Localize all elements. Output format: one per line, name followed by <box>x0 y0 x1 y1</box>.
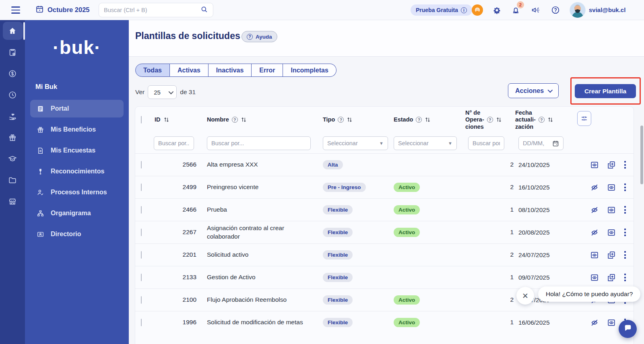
sidebar-item-organigrama[interactable]: Organigrama <box>30 204 124 222</box>
chat-launcher-button[interactable] <box>619 320 637 338</box>
column-header-id[interactable]: ID <box>154 116 198 123</box>
search-icon[interactable] <box>200 6 208 15</box>
duplicate-icon[interactable] <box>607 251 616 260</box>
rail-item-graduation-cap-icon[interactable] <box>0 148 25 169</box>
assistant-icon[interactable] <box>472 4 483 16</box>
column-header-operaciones[interactable]: N° de Opera- ciones? <box>465 109 515 130</box>
help-icon[interactable]: ? <box>416 117 422 123</box>
kebab-menu-icon[interactable] <box>624 274 626 281</box>
preview-icon[interactable] <box>590 273 599 282</box>
rail-item-clock-icon[interactable] <box>0 84 25 105</box>
row-checkbox[interactable] <box>141 296 142 304</box>
settings-gear-icon[interactable] <box>491 4 502 16</box>
tab-error[interactable]: Error <box>252 64 283 77</box>
kebab-menu-icon[interactable] <box>624 229 626 236</box>
filter-select-tipo[interactable]: Seleccionar▼ <box>323 136 388 150</box>
table-row[interactable]: 2566Alta empresa XXXAlta224/10/2025 <box>135 153 634 176</box>
sort-icon[interactable] <box>347 117 353 123</box>
column-header-tipo[interactable]: Tipo? <box>323 116 394 123</box>
sidebar-item-mis-beneficios[interactable]: Mis Beneficios <box>30 121 124 138</box>
trial-badge[interactable]: Prueba Gratuita i <box>411 4 472 16</box>
period-selector[interactable]: Octubre 2025 <box>35 5 90 15</box>
rail-item-hand-heart-icon[interactable] <box>0 105 25 127</box>
sort-icon[interactable] <box>547 117 553 123</box>
preview-icon[interactable] <box>607 318 616 327</box>
rail-item-folder-icon[interactable] <box>0 169 25 191</box>
filter-input-nombre[interactable] <box>207 136 311 150</box>
select-all-checkbox[interactable] <box>141 116 142 124</box>
column-header-fecha[interactable]: Fecha actuali- zación? <box>515 109 568 130</box>
preview-icon[interactable] <box>607 228 616 237</box>
hide-eye-off-icon[interactable] <box>590 228 599 237</box>
page-help-button[interactable]: ? Ayuda <box>242 31 277 42</box>
table-row[interactable]: 2201Solicitud activoFlexible224/07/2025 <box>135 243 634 266</box>
rail-item-home-icon[interactable] <box>0 20 25 41</box>
help-icon[interactable] <box>550 4 561 16</box>
user-email[interactable]: svial@buk.cl <box>589 6 625 13</box>
chat-close-button[interactable]: ✕ <box>516 287 534 305</box>
duplicate-icon[interactable] <box>607 273 616 282</box>
sidebar-item-portal[interactable]: Portal <box>30 100 124 117</box>
filter-select-estado[interactable]: Seleccionar▼ <box>394 136 457 150</box>
row-checkbox[interactable] <box>141 229 142 236</box>
column-settings-icon[interactable] <box>577 111 591 126</box>
announcements-megaphone-icon[interactable] <box>530 4 541 16</box>
sort-icon[interactable] <box>241 117 247 123</box>
kebab-menu-icon[interactable] <box>624 206 626 214</box>
help-icon[interactable]: ? <box>232 117 238 123</box>
table-row[interactable]: 2267Asignación contrato al crear colabor… <box>135 221 634 243</box>
row-checkbox[interactable] <box>141 319 142 326</box>
notifications-bell-icon[interactable]: 2 <box>510 4 521 16</box>
help-icon[interactable]: ? <box>539 117 545 123</box>
global-search[interactable] <box>99 3 213 17</box>
avatar[interactable] <box>570 2 586 18</box>
global-search-input[interactable] <box>104 7 200 13</box>
filter-input-operaciones[interactable] <box>473 140 500 146</box>
sort-icon[interactable] <box>425 117 431 123</box>
row-checkbox[interactable] <box>141 251 142 259</box>
filter-input-id[interactable] <box>154 136 194 150</box>
kebab-menu-icon[interactable] <box>624 161 626 169</box>
row-checkbox[interactable] <box>141 206 142 214</box>
preview-icon[interactable] <box>590 251 599 260</box>
tab-incompletas[interactable]: Incompletas <box>283 64 336 77</box>
row-checkbox[interactable] <box>141 161 142 169</box>
page-size-select[interactable]: 25 <box>148 85 177 99</box>
preview-icon[interactable] <box>590 161 599 169</box>
hide-eye-off-icon[interactable] <box>590 183 599 192</box>
table-row[interactable]: 2466PruebaFlexibleActivo108/10/2025 <box>135 198 634 221</box>
sort-icon[interactable] <box>496 117 502 123</box>
sidebar-item-directorio[interactable]: Directorio <box>30 225 124 243</box>
hide-eye-off-icon[interactable] <box>590 318 599 327</box>
table-row[interactable]: 2499Preingreso vicentePre - IngresoActiv… <box>135 176 634 198</box>
duplicate-icon[interactable] <box>607 161 616 169</box>
kebab-menu-icon[interactable] <box>624 251 626 259</box>
filter-input-id[interactable] <box>158 140 190 146</box>
filter-input-operaciones[interactable] <box>468 136 504 150</box>
rail-item-storefront-icon[interactable] <box>0 191 25 212</box>
hide-eye-off-icon[interactable] <box>590 206 599 214</box>
rail-item-clipboard-clock-icon[interactable] <box>0 41 25 63</box>
vertical-scrollbar[interactable] <box>640 126 643 184</box>
help-icon[interactable]: ? <box>338 117 344 123</box>
tab-inactivas[interactable]: Inactivas <box>208 64 252 77</box>
preview-icon[interactable] <box>607 206 616 214</box>
table-row[interactable]: 1996Solicitud de modificación de metasFl… <box>135 311 634 334</box>
kebab-menu-icon[interactable] <box>624 183 626 191</box>
column-header-estado[interactable]: Estado? <box>394 116 465 123</box>
sort-icon[interactable] <box>163 117 169 123</box>
sidebar-item-reconocimientos[interactable]: Reconocimientos <box>30 163 124 180</box>
create-template-button[interactable]: Crear Plantilla <box>575 84 636 98</box>
preview-icon[interactable] <box>607 183 616 192</box>
row-checkbox[interactable] <box>141 183 142 191</box>
tab-activas[interactable]: Activas <box>170 64 208 77</box>
table-row[interactable]: 2133Gestion de ActivoFlexible109/07/2025 <box>135 266 634 288</box>
sidebar-item-procesos-internos[interactable]: Procesos Internos <box>30 183 124 201</box>
help-icon[interactable]: ? <box>487 117 493 123</box>
filter-date-fecha[interactable]: DD/MM, <box>518 136 564 150</box>
tab-todas[interactable]: Todas <box>135 64 170 77</box>
column-header-nombre[interactable]: Nombre? <box>198 116 323 123</box>
row-checkbox[interactable] <box>141 274 142 281</box>
rail-item-gift-icon[interactable] <box>0 127 25 148</box>
actions-dropdown-button[interactable]: Acciones <box>508 83 559 98</box>
